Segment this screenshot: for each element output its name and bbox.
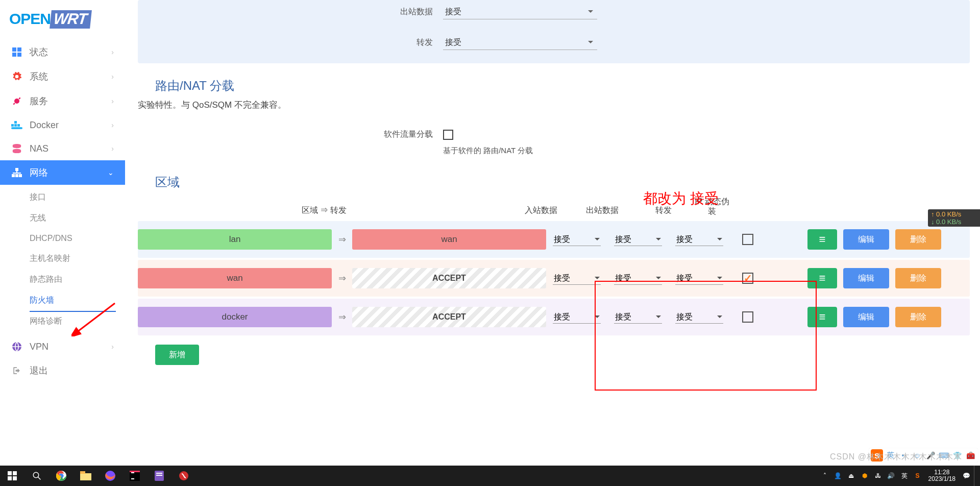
offload-section-title: 路由/NAT 分载 — [138, 63, 970, 97]
logo-open: OPEN — [9, 10, 51, 27]
zone-delete-button[interactable]: 删除 — [895, 229, 941, 250]
sidebar-item-label: VPN — [30, 342, 48, 352]
sidebar-item-vpn[interactable]: VPN › — [0, 335, 125, 358]
sidebar-item-logout[interactable]: 退出 — [0, 358, 125, 383]
zone-row: lan ⇒ wan 接受 接受 接受 ≡ 编辑 删除 — [138, 221, 970, 258]
taskbar-firefox-icon[interactable] — [98, 466, 122, 486]
taskbar-intellij-icon[interactable] — [122, 466, 147, 486]
svg-rect-8 — [11, 127, 22, 129]
sidebar-item-label: NAS — [30, 143, 48, 154]
zone-forward-accept: ACCEPT — [352, 268, 546, 288]
zone-forward-select[interactable]: 接受 — [675, 272, 723, 285]
annotation-text: 都改为 接受 — [643, 189, 719, 208]
start-button[interactable] — [0, 466, 24, 486]
zone-menu-button[interactable]: ≡ — [807, 307, 837, 327]
tray-network-icon[interactable]: 🖧 — [872, 466, 884, 486]
svg-rect-14 — [13, 173, 21, 174]
zone-delete-button[interactable]: 删除 — [895, 268, 941, 288]
ime-toolbox-icon[interactable]: 🧰 — [965, 450, 976, 461]
zone-row: docker ⇒ ACCEPT 接受 接受 接受 ≡ 编辑 删除 — [138, 299, 970, 335]
zone-edit-button[interactable]: 编辑 — [843, 307, 889, 327]
docker-icon — [11, 119, 22, 131]
sidebar-item-system[interactable]: 系统 › — [0, 64, 125, 89]
zone-delete-button[interactable]: 删除 — [895, 307, 941, 327]
netspeed-overlay: ↑ 0.0 KB/s ↓ 0.0 KB/s — [928, 209, 980, 227]
tray-notifications-icon[interactable]: 💬 — [961, 466, 972, 486]
taskbar-app-icon[interactable] — [172, 466, 196, 486]
svg-line-22 — [38, 477, 40, 479]
tray-volume-icon[interactable]: 🔊 — [886, 466, 897, 486]
masq-checkbox[interactable] — [742, 311, 753, 323]
svg-rect-18 — [13, 471, 17, 475]
arrow-icon: ⇒ — [332, 234, 352, 245]
zones-header-zone: 区域 ⇒ 转发 — [138, 205, 510, 216]
tray-sogou-icon[interactable]: S — [912, 466, 923, 486]
svg-rect-2 — [12, 53, 16, 57]
forward-select[interactable]: 接受 — [443, 35, 597, 50]
submenu-static-routes[interactable]: 静态路由 — [0, 269, 125, 290]
gear-icon — [11, 71, 22, 82]
masq-checkbox[interactable] — [742, 234, 753, 245]
tray-eject-icon[interactable]: ⏏ — [846, 466, 857, 486]
forward-label: 转发 — [138, 37, 443, 48]
add-zone-button[interactable]: 新增 — [155, 345, 199, 365]
zone-output-select[interactable]: 接受 — [614, 310, 662, 324]
submenu-interfaces[interactable]: 接口 — [0, 187, 125, 208]
search-icon[interactable] — [24, 466, 49, 486]
zone-input-select[interactable]: 接受 — [553, 233, 601, 246]
sidebar-item-services[interactable]: 服务 › — [0, 89, 125, 113]
annotation-arrow — [71, 301, 117, 336]
taskbar-chrome-icon[interactable] — [49, 466, 74, 486]
zones-header-out: 出站数据 — [572, 205, 633, 216]
svg-rect-25 — [80, 473, 91, 480]
zone-menu-button[interactable]: ≡ — [807, 268, 837, 288]
outbound-select[interactable]: 接受 — [443, 4, 597, 19]
zone-output-select[interactable]: 接受 — [614, 233, 662, 246]
chevron-right-icon: › — [111, 144, 114, 153]
svg-rect-9 — [15, 168, 18, 171]
netspeed-down: ↓ 0.0 KB/s — [931, 218, 977, 226]
submenu-dhcp-dns[interactable]: DHCP/DNS — [0, 229, 125, 248]
submenu-hostnames[interactable]: 主机名映射 — [0, 248, 125, 269]
zone-menu-button[interactable]: ≡ — [807, 229, 837, 250]
windows-taskbar[interactable]: ˄ 👤 ⏏ ⬢ 🖧 🔊 英 S 11:28 2023/1/18 💬 — [0, 466, 980, 486]
sidebar-item-status[interactable]: 状态 › — [0, 40, 125, 64]
svg-rect-10 — [12, 174, 15, 177]
tray-people-icon[interactable]: 👤 — [832, 466, 844, 486]
zones-header: 区域 ⇒ 转发 入站数据 出站数据 转发 IP 动态伪装 — [138, 193, 970, 221]
watermark: CSDN @林木木木木木木木木木木 — [830, 452, 962, 463]
zone-forward-select[interactable]: 接受 — [675, 310, 723, 324]
sidebar-item-docker[interactable]: Docker › — [0, 113, 125, 137]
globe-icon — [11, 341, 22, 352]
chevron-right-icon: › — [111, 97, 114, 105]
show-desktop-button[interactable] — [974, 466, 977, 486]
masq-checkbox[interactable]: ✓ — [742, 273, 753, 284]
taskbar-explorer-icon[interactable] — [74, 466, 98, 486]
sidebar-item-network[interactable]: 网络 ⌄ — [0, 160, 125, 185]
soft-offload-checkbox[interactable] — [443, 130, 453, 140]
network-icon — [11, 167, 22, 178]
svg-rect-19 — [8, 476, 12, 480]
svg-rect-1 — [17, 47, 21, 52]
zone-name-chip: docker — [138, 307, 332, 327]
zone-output-select[interactable]: 接受 — [614, 272, 662, 285]
logo[interactable]: OPENWRT — [0, 0, 125, 40]
zone-forward-select[interactable]: 接受 — [675, 233, 723, 246]
zone-edit-button[interactable]: 编辑 — [843, 268, 889, 288]
zone-input-select[interactable]: 接受 — [553, 310, 601, 324]
tray-ime-icon[interactable]: 英 — [899, 466, 910, 486]
submenu-wireless[interactable]: 无线 — [0, 208, 125, 229]
tray-shield-icon[interactable]: ⬢ — [859, 466, 870, 486]
zone-edit-button[interactable]: 编辑 — [843, 229, 889, 250]
chevron-right-icon: › — [111, 72, 114, 81]
taskbar-notes-icon[interactable] — [147, 466, 172, 486]
svg-rect-5 — [14, 124, 17, 127]
sidebar-item-label: 服务 — [30, 95, 48, 107]
zone-forward-target: wan — [352, 229, 546, 250]
zones-section-title: 区域 — [138, 160, 970, 193]
tray-chevron-up-icon[interactable]: ˄ — [819, 466, 830, 486]
zone-input-select[interactable]: 接受 — [553, 272, 601, 285]
sidebar-item-nas[interactable]: NAS › — [0, 137, 125, 160]
taskbar-clock[interactable]: 11:28 2023/1/18 — [925, 469, 959, 482]
soft-offload-hint: 基于软件的 路由/NAT 分载 — [443, 146, 533, 156]
